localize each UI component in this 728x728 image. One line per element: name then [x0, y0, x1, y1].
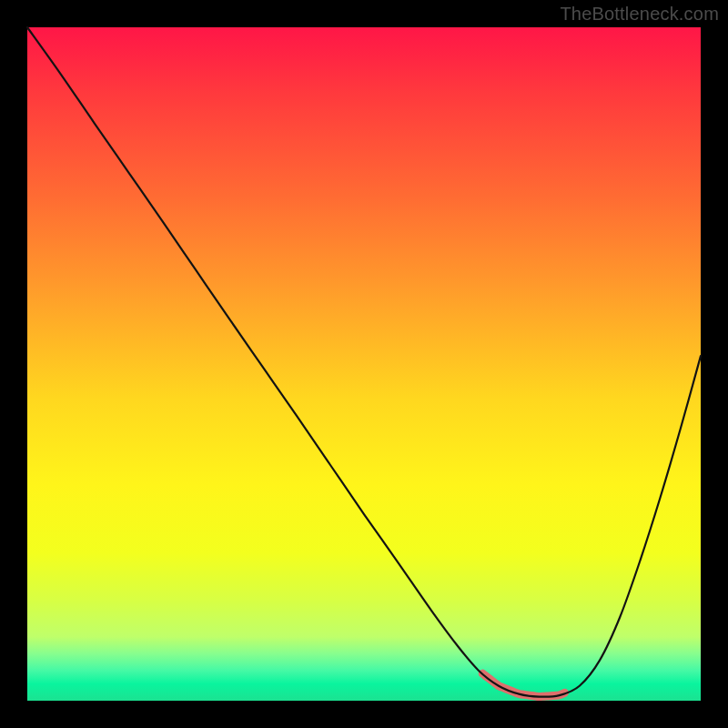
bottleneck-chart — [0, 0, 728, 728]
chart-container: TheBottleneck.com — [0, 0, 728, 728]
watermark-text: TheBottleneck.com — [560, 4, 719, 25]
chart-background-gradient — [27, 27, 701, 701]
